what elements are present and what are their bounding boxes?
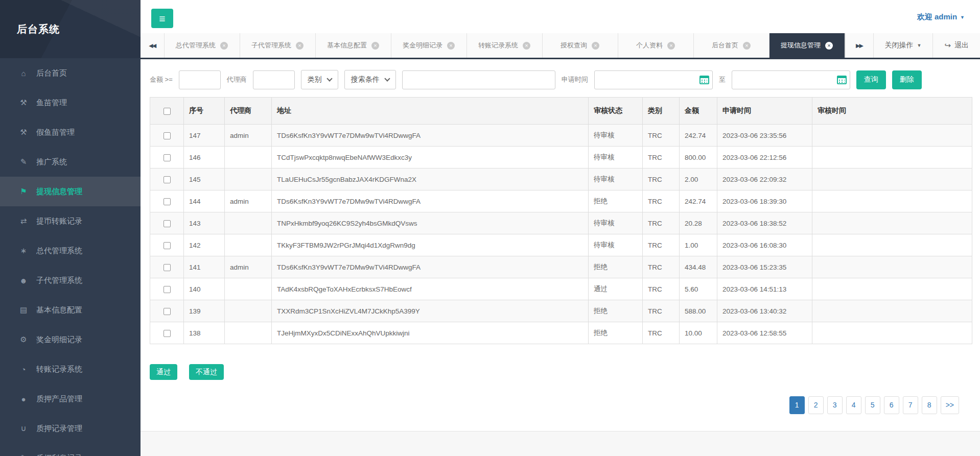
- table-row: 145TLaUEHuCsJr55gcnBabzJAX4rKDGFWna2X待审核…: [150, 169, 972, 190]
- tab-withdraw-info-manage[interactable]: 提现信息管理×: [769, 33, 845, 58]
- cell-amount: 1.00: [680, 234, 717, 256]
- page-button-2[interactable]: 2: [808, 396, 824, 414]
- close-icon[interactable]: ×: [220, 42, 228, 50]
- logout-icon: ↪: [944, 41, 951, 50]
- close-icon[interactable]: ×: [371, 42, 379, 50]
- amount-filter-input[interactable]: [179, 70, 221, 89]
- sidebar-item-fry-manage[interactable]: ⚒鱼苗管理: [0, 88, 141, 117]
- sidebar-item-pledge-interest[interactable]: ✎质押利息记录: [0, 443, 141, 456]
- row-checkbox[interactable]: [164, 132, 171, 139]
- page-button-6[interactable]: 6: [884, 396, 899, 414]
- tab-transfer-record-system[interactable]: 转账记录系统×: [467, 33, 543, 58]
- page-button-1[interactable]: 1: [789, 396, 805, 414]
- reject-button[interactable]: 不通过: [189, 364, 224, 380]
- calendar-icon[interactable]: [837, 76, 847, 84]
- close-icon[interactable]: ×: [825, 42, 833, 50]
- agent-filter-input[interactable]: [253, 70, 295, 89]
- search-button[interactable]: 查询: [856, 70, 886, 89]
- sidebar-item-label: 总代管理系统: [36, 246, 82, 256]
- calendar-icon[interactable]: [699, 76, 709, 84]
- sidebar-item-bonus-detail[interactable]: ⚙奖金明细记录: [0, 325, 141, 354]
- home-icon: ⌂: [17, 69, 30, 78]
- sidebar-item-general-agent[interactable]: ∗总代管理系统: [0, 236, 141, 266]
- row-checkbox[interactable]: [164, 242, 171, 249]
- tab-label: 总代管理系统: [176, 41, 216, 50]
- approve-button[interactable]: 通过: [150, 364, 177, 380]
- close-icon[interactable]: ×: [667, 42, 675, 50]
- row-checkbox[interactable]: [164, 176, 171, 183]
- row-checkbox[interactable]: [164, 154, 171, 161]
- apply-time-start-input[interactable]: [594, 70, 713, 89]
- row-select-cell: [150, 125, 184, 147]
- row-select-cell: [150, 147, 184, 169]
- sidebar-item-withdraw-info[interactable]: ⚑提现信息管理: [0, 177, 141, 206]
- sidebar-item-fake-fry-manage[interactable]: ⚒假鱼苗管理: [0, 117, 141, 147]
- row-checkbox[interactable]: [164, 308, 171, 315]
- shuffle-icon: ⇄: [17, 217, 30, 226]
- row-checkbox[interactable]: [164, 198, 171, 205]
- tab-admin-home[interactable]: 后台首页×: [694, 33, 769, 58]
- sidebar-item-label: 质押利息记录: [36, 453, 82, 456]
- search-keyword-input[interactable]: [402, 70, 555, 89]
- cell-review_time: [812, 234, 972, 256]
- sidebar: 后台系统 ⌂后台首页⚒鱼苗管理⚒假鱼苗管理✎推广系统⚑提现信息管理⇄提币转账记录…: [0, 0, 141, 456]
- close-icon[interactable]: ×: [592, 42, 599, 50]
- sidebar-item-transfer-record[interactable]: ◔转账记录系统: [0, 354, 141, 384]
- tabs-scroll-left-button[interactable]: ◀◀: [141, 33, 165, 58]
- close-icon[interactable]: ×: [296, 42, 304, 50]
- cell-address: TDs6KsfKn3Y9vWT7e7DMw9wTVi4RDwwgFA: [272, 125, 589, 147]
- table-row: 142TKkyF3FTBM9JW2rPGrJMqi4d1XdgRwn9dg待审核…: [150, 234, 972, 256]
- sidebar-item-admin-home[interactable]: ⌂后台首页: [0, 58, 141, 88]
- page-button-3[interactable]: 3: [827, 396, 843, 414]
- close-operations-dropdown[interactable]: 关闭操作 ▼: [873, 33, 933, 58]
- cell-address: TJeHjmMXyxDx5CDiNExxAhQhVUpkkiwjni: [272, 322, 589, 344]
- menu-toggle-button[interactable]: ≡: [151, 9, 173, 28]
- sidebar-item-basic-info[interactable]: ▤基本信息配置: [0, 295, 141, 325]
- apply-time-end-input[interactable]: [732, 70, 850, 89]
- agent-filter-label: 代理商: [227, 75, 247, 84]
- category-select[interactable]: 类别: [301, 70, 338, 89]
- tab-sub-agent-system[interactable]: 子代管理系统×: [240, 33, 316, 58]
- next-page-button[interactable]: >>: [941, 396, 959, 414]
- search-condition-select[interactable]: 搜索条件: [344, 70, 396, 89]
- caret-down-icon: ▼: [960, 15, 965, 20]
- select-all-checkbox[interactable]: [164, 108, 171, 115]
- page-button-4[interactable]: 4: [846, 396, 861, 414]
- cell-agent: [225, 169, 272, 190]
- row-checkbox[interactable]: [164, 264, 171, 271]
- logout-button[interactable]: ↪ 退出: [932, 33, 980, 58]
- tab-basic-info-config[interactable]: 基本信息配置×: [316, 33, 391, 58]
- tab-bonus-detail-record[interactable]: 奖金明细记录×: [391, 33, 467, 58]
- table-row: 140TAdK4xsbRQgeToXAHxEcrbksxS7HbEowcf通过T…: [150, 278, 972, 300]
- tab-auth-query[interactable]: 授权查询×: [543, 33, 618, 58]
- sidebar-item-pledge-product[interactable]: ●质押产品管理: [0, 384, 141, 414]
- footer-strip: [141, 431, 980, 456]
- welcome-user-menu[interactable]: 欢迎 admin ▼: [917, 12, 965, 22]
- sidebar-item-sub-agent[interactable]: ☻子代管理系统: [0, 266, 141, 295]
- cell-agent: admin: [225, 256, 272, 278]
- column-header: 审核状态: [589, 98, 643, 125]
- page-button-5[interactable]: 5: [865, 396, 880, 414]
- column-header: 金额: [680, 98, 717, 125]
- sidebar-item-pledge-record[interactable]: ∪质押记录管理: [0, 414, 141, 443]
- delete-button[interactable]: 删除: [892, 70, 922, 89]
- logout-label: 退出: [954, 41, 969, 50]
- sidebar-item-promotion-system[interactable]: ✎推广系统: [0, 147, 141, 177]
- page-button-7[interactable]: 7: [903, 396, 918, 414]
- sidebar-item-withdraw-transfer[interactable]: ⇄提币转账记录: [0, 206, 141, 236]
- row-checkbox[interactable]: [164, 220, 171, 227]
- tab-general-agent-system[interactable]: 总代管理系统×: [165, 33, 240, 58]
- row-select-cell: [150, 278, 184, 300]
- tab-profile[interactable]: 个人资料×: [618, 33, 694, 58]
- row-checkbox[interactable]: [164, 286, 171, 293]
- close-icon[interactable]: ×: [447, 42, 455, 50]
- close-icon[interactable]: ×: [523, 42, 530, 50]
- page-button-8[interactable]: 8: [922, 396, 937, 414]
- cell-agent: [225, 212, 272, 234]
- close-icon[interactable]: ×: [743, 42, 751, 50]
- row-checkbox[interactable]: [164, 330, 171, 337]
- tabs-scroll-right-button[interactable]: ▶▶: [845, 33, 873, 58]
- cell-category: TRC: [643, 125, 680, 147]
- tabs-list: 总代管理系统×子代管理系统×基本信息配置×奖金明细记录×转账记录系统×授权查询×…: [165, 33, 845, 58]
- cell-amount: 5.60: [680, 278, 717, 300]
